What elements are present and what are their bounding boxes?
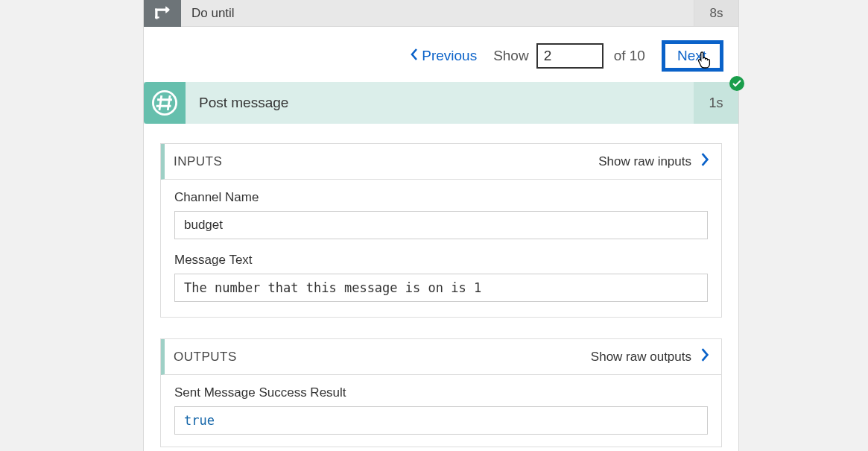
of-total-label: of 10 <box>614 48 645 64</box>
svg-point-5 <box>153 91 176 114</box>
hash-icon <box>144 82 186 124</box>
post-message-step: Post message 1s INPUTS Show raw inputs <box>144 82 738 447</box>
channel-name-value: budget <box>174 211 708 239</box>
chevron-left-icon <box>410 48 419 64</box>
inputs-title: INPUTS <box>174 154 598 169</box>
do-until-title: Do until <box>181 0 694 26</box>
step-header[interactable]: Post message 1s <box>144 82 738 124</box>
outputs-panel: OUTPUTS Show raw outputs Sent Message Su… <box>160 338 722 447</box>
next-button-highlight: Next <box>662 40 723 72</box>
show-raw-outputs-link[interactable]: Show raw outputs <box>591 348 709 365</box>
show-raw-outputs-label: Show raw outputs <box>591 350 691 365</box>
step-title: Post message <box>186 95 694 111</box>
iteration-pager: Previous Show of 10 Next <box>144 27 738 82</box>
previous-label: Previous <box>422 48 477 64</box>
channel-name-label: Channel Name <box>174 190 708 205</box>
step-body: INPUTS Show raw inputs Channel Name budg… <box>144 124 738 447</box>
chevron-right-icon <box>700 348 709 365</box>
svg-rect-2 <box>155 16 159 18</box>
sent-success-field: Sent Message Success Result true <box>161 375 721 438</box>
previous-button[interactable]: Previous <box>405 45 481 67</box>
inputs-body: Channel Name budget Message Text The num… <box>161 180 721 317</box>
inputs-panel-header: INPUTS Show raw inputs <box>161 144 721 180</box>
cursor-pointer-icon <box>696 51 712 72</box>
message-text-field: Message Text The number that this messag… <box>161 242 721 305</box>
loop-icon <box>144 0 181 27</box>
success-check-icon <box>729 76 744 91</box>
inputs-panel: INPUTS Show raw inputs Channel Name budg… <box>160 143 722 318</box>
sent-success-label: Sent Message Success Result <box>174 385 708 400</box>
outputs-body: Sent Message Success Result true <box>161 375 721 447</box>
do-until-duration: 8s <box>694 0 738 26</box>
chevron-right-icon <box>700 153 709 170</box>
outputs-panel-header: OUTPUTS Show raw outputs <box>161 339 721 375</box>
outputs-title: OUTPUTS <box>174 350 591 365</box>
do-until-header[interactable]: Do until 8s <box>144 0 738 27</box>
message-text-value: The number that this message is on is 1 <box>174 274 708 302</box>
iteration-input[interactable] <box>536 43 604 69</box>
svg-rect-3 <box>155 9 167 10</box>
show-label: Show <box>493 48 529 64</box>
channel-name-field: Channel Name budget <box>161 180 721 242</box>
message-text-label: Message Text <box>174 253 708 268</box>
flow-run-container: Do until 8s Previous Show of 10 Next <box>143 0 739 451</box>
sent-success-value: true <box>174 406 708 435</box>
show-raw-inputs-label: Show raw inputs <box>598 154 691 169</box>
show-raw-inputs-link[interactable]: Show raw inputs <box>598 153 709 170</box>
